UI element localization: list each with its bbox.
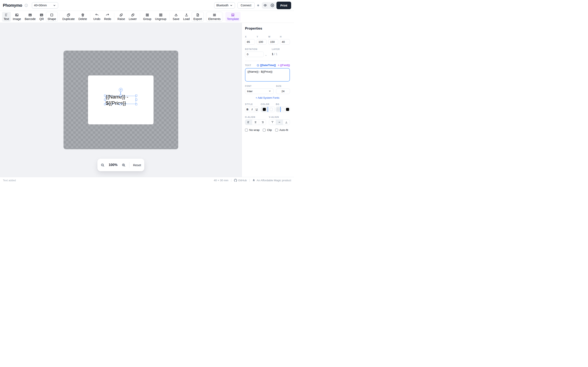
zoom-level: 100% (109, 163, 117, 167)
toolbar-qr-button[interactable]: QR (38, 12, 45, 22)
gear-icon (270, 3, 274, 7)
rotation-layer-row: ROTATION ° LAYER 1 / 1 (245, 48, 290, 58)
valign-label: V-ALIGN (269, 116, 290, 118)
auto-fit-option[interactable]: Auto-fit (275, 128, 288, 132)
clip-checkbox[interactable] (263, 129, 266, 132)
print-button[interactable]: Print (277, 2, 291, 9)
y-label: Y (257, 35, 267, 38)
label-dimensions: 40 × 30 mm (214, 179, 228, 182)
resize-handle-nw[interactable] (104, 95, 106, 96)
resize-handle-se[interactable] (135, 103, 137, 105)
toolbar-ungroup-button[interactable]: Ungroup (153, 12, 168, 22)
italic-button[interactable]: I (250, 107, 255, 112)
font-row: FONT Inter SIZE (245, 85, 290, 94)
github-link[interactable]: GitHub (234, 179, 247, 182)
chevron-down-icon (230, 4, 233, 7)
resize-handle-n[interactable] (120, 95, 121, 96)
toolbar-group: SaveLoadExport (171, 12, 204, 22)
connect-button[interactable]: Connect (237, 2, 255, 8)
valign-middle-button[interactable] (276, 120, 283, 125)
style-color-bg-row: STYLE B I U COLOR BG (245, 103, 290, 112)
toolbar-raise-button[interactable]: Raise (116, 12, 127, 22)
settings-button[interactable] (269, 2, 276, 9)
status-divider (231, 179, 231, 182)
toolbar-duplicate-button[interactable]: Duplicate (61, 12, 76, 22)
toolbar-item-label: Load (183, 17, 190, 21)
toolbar-elements-button[interactable]: Elements (207, 12, 222, 22)
insert-field-link[interactable]: + {{Field}} (278, 64, 290, 67)
bg-white-swatch[interactable] (281, 107, 285, 112)
connection-type-select[interactable]: Bluetooth (214, 2, 235, 8)
text-line: ${{Price}} (106, 100, 136, 106)
x-input[interactable] (245, 39, 255, 45)
template-icon (231, 13, 235, 17)
toolbar-item-label: Lower (129, 17, 137, 21)
toolbar-text-button[interactable]: Text (2, 12, 11, 22)
color-white-swatch[interactable] (268, 107, 275, 112)
info-icon[interactable] (24, 3, 28, 7)
preview-button[interactable] (262, 2, 269, 9)
bg-transparent-swatch[interactable] (276, 107, 281, 112)
color-black-swatch[interactable] (261, 107, 268, 112)
align-center-button[interactable] (252, 120, 259, 125)
toolbar-barcode-button[interactable]: Barcode (23, 12, 37, 22)
toolbar-item-label: Delete (78, 17, 87, 21)
w-input[interactable] (268, 39, 278, 45)
toolbar-item-label: Text (4, 17, 9, 21)
toolbar-delete-button[interactable]: Delete (77, 12, 89, 22)
rotation-handle[interactable] (119, 88, 123, 92)
app-title: Phomymo (3, 3, 22, 8)
resize-handle-e[interactable] (135, 99, 137, 100)
toolbar-template-button[interactable]: Template (225, 12, 241, 22)
zoom-reset-button[interactable]: Reset (133, 163, 141, 167)
toolbar-export-button[interactable]: Export (192, 12, 204, 22)
toolbar-shape-button[interactable]: Shape (46, 12, 58, 22)
toolbar-lower-button[interactable]: Lower (127, 12, 138, 22)
align-right-button[interactable] (259, 120, 266, 125)
align-left-button[interactable] (245, 120, 252, 125)
elements-icon (213, 13, 216, 17)
selected-text-element[interactable]: {{Name}} - ${{Price}} (105, 96, 136, 104)
font-label: FONT (245, 85, 274, 87)
label-sheet[interactable]: {{Name}} - ${{Price}} (88, 75, 154, 124)
text-content-input[interactable]: {{Name}} - ${{Price}} (245, 68, 290, 82)
undo-icon (95, 13, 99, 17)
product-link[interactable]: An Affordable Magic product (252, 179, 291, 182)
toolbar-undo-button[interactable]: Undo (92, 12, 102, 22)
resize-handle-s[interactable] (120, 103, 121, 105)
rotation-input[interactable] (245, 52, 264, 57)
bold-button[interactable]: B (245, 107, 250, 112)
toolbar-item-label: Template (227, 17, 239, 21)
zoom-out-button[interactable] (101, 163, 104, 167)
toolbar-load-button[interactable]: Load (182, 12, 191, 22)
resize-handle-ne[interactable] (135, 95, 137, 96)
toolbar-save-button[interactable]: Save (171, 12, 181, 22)
no-wrap-option[interactable]: No wrap (245, 128, 259, 132)
h-input[interactable] (280, 39, 290, 45)
valign-top-icon (271, 121, 274, 124)
valign-top-button[interactable] (269, 120, 276, 125)
label-size-select[interactable]: 40×30mm (32, 2, 58, 8)
toolbar-item-label: Group (143, 17, 151, 21)
toolbar-redo-button[interactable]: Redo (103, 12, 113, 22)
zoom-in-button[interactable] (122, 163, 126, 167)
font-select[interactable]: Inter (245, 89, 274, 94)
insert-datetime-link[interactable]: [[Date/Time]] (257, 64, 276, 67)
valign-bottom-button[interactable] (283, 120, 290, 125)
font-size-input[interactable] (276, 89, 290, 94)
toolbar-group-button[interactable]: Group (141, 12, 153, 22)
underline-button[interactable]: U (254, 107, 259, 112)
no-wrap-checkbox[interactable] (245, 129, 248, 132)
auto-fit-checkbox[interactable] (275, 129, 278, 132)
toolbar-item-label: Undo (93, 17, 100, 21)
clip-option[interactable]: Clip (263, 128, 272, 132)
panel-divider (245, 61, 290, 61)
resize-handle-w[interactable] (104, 99, 106, 100)
add-system-fonts-link[interactable]: + Add System Fonts (245, 96, 290, 99)
resize-handle-sw[interactable] (104, 103, 106, 105)
bg-black-swatch[interactable] (285, 107, 290, 112)
bg-control (276, 107, 290, 112)
y-input[interactable] (257, 39, 267, 45)
lower-icon (131, 13, 135, 17)
toolbar-image-button[interactable]: Image (11, 12, 23, 22)
